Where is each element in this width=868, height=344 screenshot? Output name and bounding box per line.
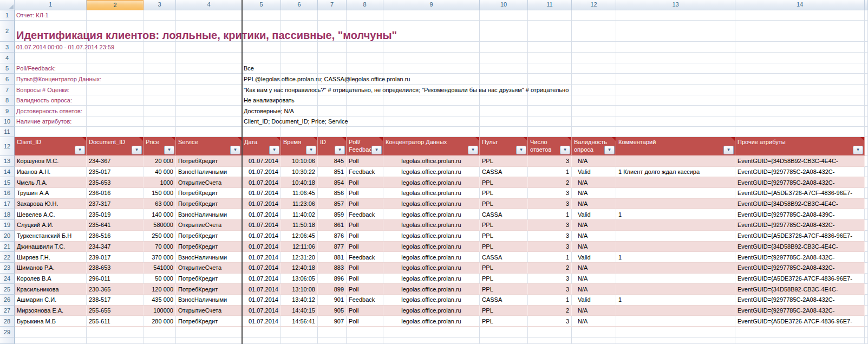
grid-cell[interactable] (865, 116, 868, 127)
grid-cell[interactable] (87, 85, 143, 95)
grid-cell[interactable] (865, 10, 868, 21)
table-header-cell[interactable]: Концентратор Данных▾ (383, 137, 480, 156)
grid-cell[interactable] (616, 106, 735, 116)
table-cell[interactable]: legolas.office.prolan.ru (383, 252, 480, 263)
table-cell[interactable]: Feedback (347, 252, 383, 263)
table-cell[interactable]: ВзносНаличными (176, 295, 242, 306)
table-cell[interactable]: 896 (318, 274, 347, 284)
table-cell[interactable]: 40 000 (143, 167, 176, 178)
table-cell[interactable]: 11:40:02 (281, 209, 318, 220)
grid-cell[interactable] (318, 106, 347, 116)
grid-cell[interactable] (318, 337, 347, 344)
grid-cell[interactable] (865, 156, 868, 167)
grid-cell[interactable] (15, 116, 87, 127)
grid-cell[interactable] (347, 327, 383, 337)
grid-cell[interactable] (15, 74, 87, 85)
filter-dropdown-icon[interactable]: ▾ (132, 146, 142, 154)
table-cell[interactable]: 140 000 (143, 209, 176, 220)
grid-cell[interactable] (347, 95, 383, 106)
table-cell[interactable]: Valid (572, 295, 616, 306)
filter-dropdown-icon[interactable]: ▾ (230, 146, 240, 154)
table-cell[interactable]: Королев В.А (15, 274, 87, 284)
grid-cell[interactable] (176, 106, 242, 116)
grid-cell[interactable] (15, 53, 87, 63)
grid-cell[interactable] (281, 63, 318, 74)
table-cell[interactable]: EventGUID={9297785C-2A08-432C- (735, 167, 865, 178)
grid-cell[interactable] (735, 337, 865, 344)
table-cell[interactable]: EventGUID={9297785C-2A08-432C- (735, 306, 865, 316)
table-cell[interactable]: Poll (347, 220, 383, 231)
grid-cell[interactable] (87, 10, 143, 21)
table-cell[interactable]: 01.07.2014 (242, 209, 281, 220)
grid-cell[interactable] (347, 53, 383, 63)
grid-cell[interactable] (865, 53, 868, 63)
table-cell[interactable]: EventGUID={9297785C-2A08-432C- (735, 263, 865, 274)
table-cell[interactable]: Poll (347, 156, 383, 167)
col-header-10[interactable]: 10 (480, 0, 528, 10)
grid-cell[interactable] (572, 127, 616, 137)
table-cell[interactable]: EventGUID={34D58B92-CB3C-4E4C- (735, 242, 865, 252)
grid-cell[interactable] (143, 127, 176, 137)
grid-cell[interactable] (15, 106, 87, 116)
grid-cell[interactable] (865, 242, 868, 252)
table-header-cell[interactable]: Валидностьопроса▾ (572, 137, 616, 156)
table-cell[interactable]: 01.07.2014 (242, 177, 281, 188)
grid-cell[interactable] (318, 42, 347, 53)
row-header-20[interactable]: 20 (0, 231, 15, 242)
table-cell[interactable]: ПотребКредит (176, 242, 242, 252)
table-cell[interactable]: N/A (572, 231, 616, 242)
table-cell[interactable]: 70 000 (143, 242, 176, 252)
table-cell[interactable]: EventGUID={34D58B92-CB3C-4E4C- (735, 156, 865, 167)
grid-cell[interactable] (347, 42, 383, 53)
table-cell[interactable]: 280 000 (143, 316, 176, 327)
table-cell[interactable]: N/A (572, 177, 616, 188)
grid-cell[interactable] (318, 327, 347, 337)
table-cell[interactable]: 907 (318, 316, 347, 327)
table-cell[interactable]: ВзносНаличными (176, 209, 242, 220)
table-cell[interactable]: ПотребКредит (176, 274, 242, 284)
table-cell[interactable]: 237-317 (87, 199, 143, 210)
table-cell[interactable]: 12:06:45 (281, 231, 318, 242)
grid-cell[interactable] (383, 127, 480, 137)
table-cell[interactable]: 1 Клиент долго ждал кассира (616, 167, 735, 178)
table-cell[interactable]: 01.07.2014 (242, 274, 281, 284)
grid-cell[interactable] (87, 21, 143, 42)
grid-cell[interactable] (865, 42, 868, 53)
grid-cell[interactable] (347, 21, 383, 42)
grid-cell[interactable] (318, 116, 347, 127)
col-header-5[interactable]: 5 (242, 0, 281, 10)
table-cell[interactable]: Ширяев Г.Н. (15, 252, 87, 263)
grid-cell[interactable] (572, 106, 616, 116)
table-cell[interactable]: Poll (347, 199, 383, 210)
table-cell[interactable]: 11:50:18 (281, 220, 318, 231)
table-cell[interactable] (616, 274, 735, 284)
grid-cell[interactable] (572, 53, 616, 63)
table-cell[interactable]: 01.07.2014 (242, 306, 281, 316)
grid-cell[interactable] (15, 327, 87, 337)
filter-dropdown-icon[interactable]: ▾ (306, 146, 316, 154)
grid-cell[interactable] (616, 53, 735, 63)
grid-cell[interactable] (318, 127, 347, 137)
table-cell[interactable]: ОткрытиеСчета (176, 177, 242, 188)
grid-cell[interactable] (383, 106, 480, 116)
grid-cell[interactable] (281, 116, 318, 127)
grid-cell[interactable] (865, 284, 868, 295)
grid-cell[interactable] (383, 53, 480, 63)
grid-cell[interactable] (572, 10, 616, 21)
grid-cell[interactable] (143, 74, 176, 85)
table-header-cell[interactable]: Poll/Feedback▾ (347, 137, 383, 156)
col-header-3[interactable]: 3 (143, 0, 176, 10)
table-cell[interactable]: legolas.office.prolan.ru (383, 209, 480, 220)
row-header-25[interactable]: 25 (0, 284, 15, 295)
grid-cell[interactable] (865, 63, 868, 74)
grid-cell[interactable] (383, 63, 480, 74)
row-header-28[interactable]: 28 (0, 316, 15, 327)
table-cell[interactable]: 857 (318, 199, 347, 210)
grid-cell[interactable] (865, 95, 868, 106)
grid-cell[interactable] (528, 85, 572, 95)
table-cell[interactable]: N/A (572, 242, 616, 252)
grid-cell[interactable] (572, 116, 616, 127)
grid-cell[interactable] (347, 106, 383, 116)
grid-cell[interactable] (865, 177, 868, 188)
table-cell[interactable]: 236-516 (87, 231, 143, 242)
